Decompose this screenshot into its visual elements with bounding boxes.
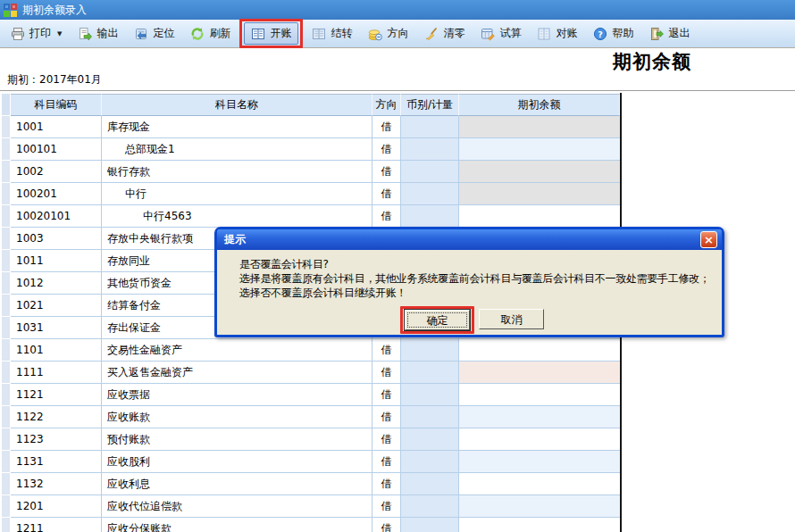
- currency-cell[interactable]: [401, 428, 459, 451]
- account-code-cell[interactable]: 1003: [11, 228, 102, 250]
- row-indicator[interactable]: [2, 384, 10, 406]
- table-row[interactable]: 100201中行借: [2, 183, 620, 205]
- currency-cell[interactable]: [401, 116, 459, 138]
- currency-cell[interactable]: [401, 451, 459, 473]
- account-name-cell[interactable]: 库存现金: [102, 116, 372, 138]
- table-row[interactable]: 1122应收账款借: [2, 406, 620, 428]
- table-row[interactable]: 10020101中行4563借: [2, 205, 620, 228]
- balance-cell[interactable]: [459, 339, 620, 362]
- account-name-cell[interactable]: 应收利息: [102, 473, 372, 495]
- table-row[interactable]: 1101交易性金融资产借: [2, 339, 620, 362]
- table-row[interactable]: 1211应收分保账款借: [2, 518, 620, 532]
- balance-cell[interactable]: [459, 518, 620, 532]
- currency-cell[interactable]: [401, 518, 459, 532]
- row-indicator[interactable]: [2, 518, 10, 532]
- direction-cell[interactable]: 借: [372, 138, 401, 161]
- ok-button[interactable]: 确定: [405, 310, 470, 330]
- currency-cell[interactable]: [401, 406, 459, 428]
- row-indicator[interactable]: [2, 428, 10, 451]
- balance-cell[interactable]: [459, 406, 620, 428]
- account-code-cell[interactable]: 1211: [11, 518, 102, 532]
- toolbar-button-refresh[interactable]: 刷新: [183, 22, 238, 45]
- account-code-cell[interactable]: 1121: [11, 384, 102, 406]
- table-row[interactable]: 1111买入返售金融资产借: [2, 362, 620, 384]
- account-code-cell[interactable]: 10020101: [11, 205, 102, 228]
- currency-cell[interactable]: [401, 205, 459, 228]
- direction-cell[interactable]: 借: [372, 495, 401, 518]
- balance-cell[interactable]: [459, 451, 620, 473]
- row-indicator[interactable]: [2, 183, 10, 205]
- account-code-cell[interactable]: 1131: [11, 451, 102, 473]
- account-name-cell[interactable]: 应收账款: [102, 406, 372, 428]
- account-code-cell[interactable]: 100201: [11, 183, 102, 205]
- account-code-cell[interactable]: 1012: [11, 272, 102, 295]
- direction-cell[interactable]: 借: [372, 428, 401, 451]
- direction-cell[interactable]: 借: [372, 339, 401, 362]
- account-code-cell[interactable]: 1123: [11, 428, 102, 451]
- account-code-cell[interactable]: 1122: [11, 406, 102, 428]
- account-name-cell[interactable]: 中行4563: [102, 205, 372, 228]
- account-code-cell[interactable]: 1021: [11, 295, 102, 317]
- table-row[interactable]: 1201应收代位追偿款借: [2, 495, 620, 518]
- balance-cell[interactable]: [459, 495, 620, 518]
- currency-cell[interactable]: [401, 384, 459, 406]
- direction-cell[interactable]: 借: [372, 183, 401, 205]
- row-indicator[interactable]: [2, 451, 10, 473]
- balance-cell[interactable]: [459, 161, 620, 183]
- account-code-cell[interactable]: 1031: [11, 317, 102, 339]
- toolbar-button-reconcile[interactable]: 对账: [530, 22, 584, 45]
- balance-cell[interactable]: [459, 116, 620, 138]
- row-indicator[interactable]: [2, 116, 10, 138]
- direction-cell[interactable]: 借: [372, 406, 401, 428]
- table-row[interactable]: 1123预付账款借: [2, 428, 620, 451]
- table-row[interactable]: 1121应收票据借: [2, 384, 620, 406]
- toolbar-button-print[interactable]: 打印▼: [4, 22, 69, 45]
- direction-cell[interactable]: 借: [372, 384, 401, 406]
- currency-cell[interactable]: [401, 161, 459, 183]
- row-indicator[interactable]: [2, 205, 10, 228]
- account-name-cell[interactable]: 买入返售金融资产: [102, 362, 372, 384]
- account-code-cell[interactable]: 1101: [11, 339, 102, 362]
- row-indicator[interactable]: [2, 228, 10, 250]
- row-indicator[interactable]: [2, 362, 10, 384]
- account-name-cell[interactable]: 总部现金1: [102, 138, 372, 161]
- account-code-cell[interactable]: 100101: [11, 138, 102, 161]
- direction-cell[interactable]: 借: [372, 161, 401, 183]
- dialog-titlebar[interactable]: 提示 ×: [217, 229, 722, 250]
- direction-cell[interactable]: 借: [372, 451, 401, 473]
- row-indicator[interactable]: [2, 250, 10, 272]
- account-code-cell[interactable]: 1111: [11, 362, 102, 384]
- cancel-button[interactable]: 取消: [479, 309, 544, 329]
- account-name-cell[interactable]: 应收代位追偿款: [102, 495, 372, 518]
- direction-cell[interactable]: 借: [372, 518, 401, 532]
- account-name-cell[interactable]: 中行: [102, 183, 372, 205]
- balance-cell[interactable]: [459, 205, 620, 228]
- row-indicator[interactable]: [2, 473, 10, 495]
- toolbar-button-export[interactable]: 输出: [71, 22, 125, 45]
- toolbar-button-locate[interactable]: 定位: [127, 22, 181, 45]
- toolbar-button-direction[interactable]: 方向: [361, 22, 415, 45]
- account-name-cell[interactable]: 应收分保账款: [102, 518, 372, 532]
- account-code-cell[interactable]: 1132: [11, 473, 102, 495]
- row-indicator[interactable]: [2, 295, 10, 317]
- direction-cell[interactable]: 借: [372, 205, 401, 228]
- dropdown-caret-icon[interactable]: ▼: [57, 30, 62, 37]
- toolbar-button-exit[interactable]: 退出: [642, 22, 697, 45]
- table-row[interactable]: 1001库存现金借: [2, 116, 620, 138]
- row-indicator[interactable]: [2, 161, 10, 183]
- toolbar-button-open-account[interactable]: 开账: [244, 22, 298, 45]
- table-row[interactable]: 1131应收股利借: [2, 451, 620, 473]
- row-indicator[interactable]: [2, 406, 10, 428]
- currency-cell[interactable]: [401, 362, 459, 384]
- toolbar-button-clear-zero[interactable]: 清零: [417, 22, 472, 45]
- account-name-cell[interactable]: 银行存款: [102, 161, 372, 183]
- currency-cell[interactable]: [401, 138, 459, 161]
- table-row[interactable]: 1002银行存款借: [2, 161, 620, 183]
- account-name-cell[interactable]: 交易性金融资产: [102, 339, 372, 362]
- currency-cell[interactable]: [401, 473, 459, 495]
- currency-cell[interactable]: [401, 339, 459, 362]
- account-code-cell[interactable]: 1001: [11, 116, 102, 138]
- balance-cell[interactable]: [459, 138, 620, 161]
- balance-cell[interactable]: [459, 473, 620, 495]
- row-indicator[interactable]: [2, 138, 10, 161]
